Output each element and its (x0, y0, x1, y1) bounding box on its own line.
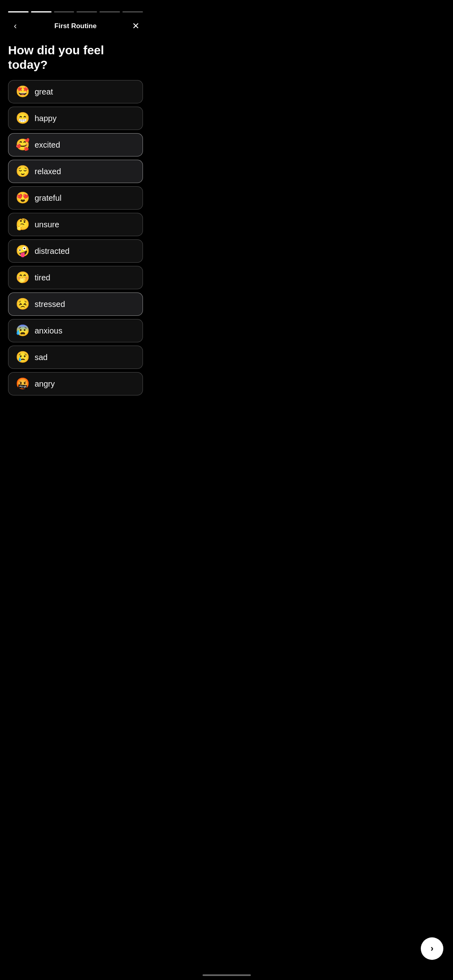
feeling-emoji-tired: 🤭 (16, 272, 30, 283)
feelings-list: 🤩great😁happy🥰excited😌relaxed😍grateful🤔un… (0, 80, 151, 436)
feeling-emoji-happy: 😁 (16, 113, 30, 124)
feeling-item-tired[interactable]: 🤭tired (8, 266, 143, 289)
feeling-emoji-sad: 😢 (16, 352, 30, 363)
feeling-item-happy[interactable]: 😁happy (8, 107, 143, 130)
feeling-label-distracted: distracted (35, 247, 70, 256)
feeling-item-angry[interactable]: 🤬angry (8, 372, 143, 395)
feeling-label-stressed: stressed (35, 300, 65, 309)
header: ‹ First Routine ✕ (0, 12, 151, 40)
feeling-label-angry: angry (35, 379, 55, 389)
feeling-emoji-great: 🤩 (16, 86, 30, 97)
feeling-item-unsure[interactable]: 🤔unsure (8, 213, 143, 236)
feeling-label-excited: excited (35, 140, 60, 150)
feeling-item-stressed[interactable]: 😣stressed (8, 292, 143, 316)
feeling-label-happy: happy (35, 114, 57, 123)
back-button[interactable]: ‹ (8, 19, 23, 33)
feeling-emoji-relaxed: 😌 (16, 166, 30, 177)
header-title: First Routine (54, 22, 97, 30)
progress-bar (0, 4, 151, 12)
feeling-label-unsure: unsure (35, 220, 59, 229)
feeling-emoji-unsure: 🤔 (16, 219, 30, 230)
feeling-emoji-angry: 🤬 (16, 378, 30, 389)
feeling-item-distracted[interactable]: 🤪distracted (8, 239, 143, 263)
feeling-label-great: great (35, 87, 53, 97)
feeling-emoji-excited: 🥰 (16, 139, 30, 150)
feeling-item-anxious[interactable]: 😰anxious (8, 319, 143, 342)
feeling-item-grateful[interactable]: 😍grateful (8, 186, 143, 210)
feeling-item-sad[interactable]: 😢sad (8, 346, 143, 369)
feeling-label-grateful: grateful (35, 194, 62, 203)
feeling-label-relaxed: relaxed (35, 167, 61, 176)
feeling-label-sad: sad (35, 353, 48, 362)
page-title: How did you feel today? (0, 40, 151, 80)
feeling-emoji-distracted: 🤪 (16, 245, 30, 257)
feeling-emoji-anxious: 😰 (16, 325, 30, 336)
feeling-item-relaxed[interactable]: 😌relaxed (8, 160, 143, 183)
feeling-emoji-stressed: 😣 (16, 299, 30, 310)
feeling-emoji-grateful: 😍 (16, 192, 30, 204)
close-button[interactable]: ✕ (128, 19, 143, 33)
feeling-item-great[interactable]: 🤩great (8, 80, 143, 103)
feeling-label-tired: tired (35, 273, 50, 282)
feeling-item-excited[interactable]: 🥰excited (8, 133, 143, 156)
feeling-label-anxious: anxious (35, 326, 62, 336)
